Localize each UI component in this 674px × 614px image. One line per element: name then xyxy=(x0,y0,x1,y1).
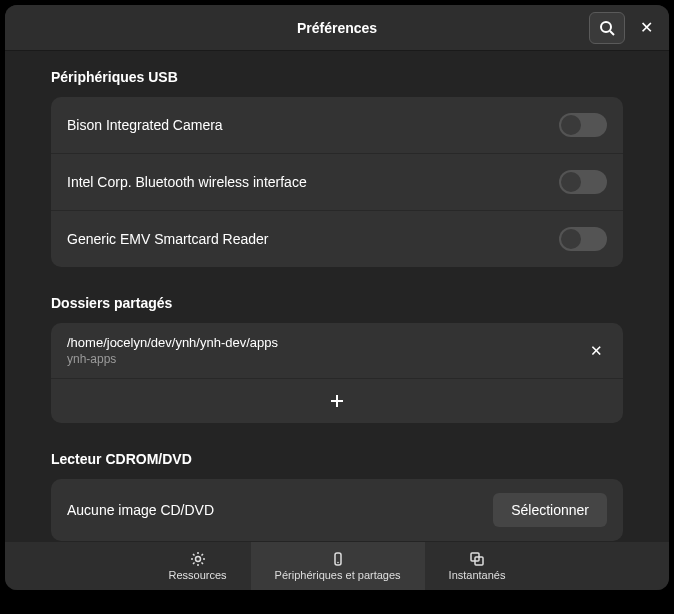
nav-label: Périphériques et partages xyxy=(275,569,401,581)
usb-device-toggle[interactable] xyxy=(559,113,607,137)
search-icon xyxy=(599,20,615,36)
usb-device-toggle[interactable] xyxy=(559,170,607,194)
folder-name: ynh-apps xyxy=(67,352,278,366)
add-folder-button[interactable] xyxy=(51,379,623,423)
content-area: Périphériques USB Bison Integrated Camer… xyxy=(5,51,669,542)
nav-label: Instantanés xyxy=(449,569,506,581)
preferences-window: Préférences ✕ Périphériques USB Bison In… xyxy=(5,5,669,590)
window-title: Préférences xyxy=(297,20,377,36)
device-icon xyxy=(330,551,346,567)
svg-point-0 xyxy=(601,22,611,32)
cdrom-empty-label: Aucune image CD/DVD xyxy=(67,502,214,518)
svg-point-4 xyxy=(195,557,200,562)
remove-folder-button[interactable]: ✕ xyxy=(586,338,607,364)
usb-device-label: Generic EMV Smartcard Reader xyxy=(67,231,269,247)
nav-label: Ressources xyxy=(169,569,227,581)
folder-info: /home/jocelyn/dev/ynh/ynh-dev/apps ynh-a… xyxy=(67,335,278,366)
close-icon: ✕ xyxy=(640,18,653,37)
svg-line-1 xyxy=(610,31,614,35)
usb-device-list: Bison Integrated Camera Intel Corp. Blue… xyxy=(51,97,623,267)
shared-folders-list: /home/jocelyn/dev/ynh/ynh-dev/apps ynh-a… xyxy=(51,323,623,423)
usb-device-row: Intel Corp. Bluetooth wireless interface xyxy=(51,154,623,211)
bottom-nav: Ressources Périphériques et partages Ins… xyxy=(5,542,669,590)
folders-section-title: Dossiers partagés xyxy=(51,295,623,311)
usb-section-title: Périphériques USB xyxy=(51,69,623,85)
close-icon: ✕ xyxy=(590,342,603,359)
close-button[interactable]: ✕ xyxy=(631,13,661,43)
shared-folder-row: /home/jocelyn/dev/ynh/ynh-dev/apps ynh-a… xyxy=(51,323,623,379)
snapshot-icon xyxy=(469,551,485,567)
nav-devices[interactable]: Périphériques et partages xyxy=(251,542,425,590)
folder-path: /home/jocelyn/dev/ynh/ynh-dev/apps xyxy=(67,335,278,350)
cdrom-group: Aucune image CD/DVD Sélectionner xyxy=(51,479,623,541)
gear-icon xyxy=(190,551,206,567)
nav-resources[interactable]: Ressources xyxy=(145,542,251,590)
cdrom-row: Aucune image CD/DVD Sélectionner xyxy=(51,479,623,541)
header-bar: Préférences ✕ xyxy=(5,5,669,51)
plus-icon xyxy=(329,393,345,409)
search-button[interactable] xyxy=(589,12,625,44)
header-actions: ✕ xyxy=(589,12,661,44)
select-image-button[interactable]: Sélectionner xyxy=(493,493,607,527)
cdrom-section-title: Lecteur CDROM/DVD xyxy=(51,451,623,467)
usb-device-toggle[interactable] xyxy=(559,227,607,251)
svg-point-6 xyxy=(337,562,339,564)
usb-device-row: Bison Integrated Camera xyxy=(51,97,623,154)
nav-snapshots[interactable]: Instantanés xyxy=(425,542,530,590)
usb-device-label: Bison Integrated Camera xyxy=(67,117,223,133)
usb-device-row: Generic EMV Smartcard Reader xyxy=(51,211,623,267)
usb-device-label: Intel Corp. Bluetooth wireless interface xyxy=(67,174,307,190)
